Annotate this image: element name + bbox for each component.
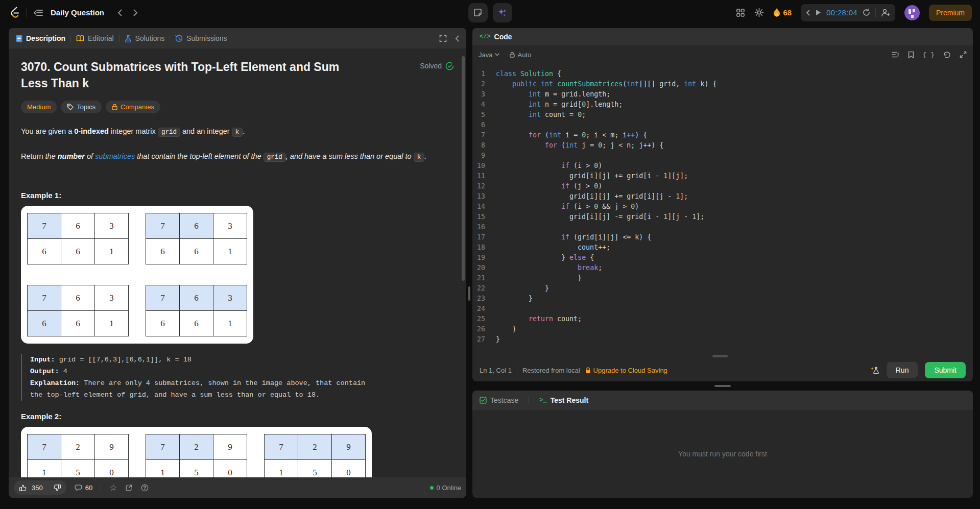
run-button[interactable]: Run	[887, 362, 918, 378]
next-question-chevron-icon[interactable]	[133, 9, 138, 16]
timer-reset-icon[interactable]	[863, 9, 870, 16]
companies-pill[interactable]: Companies	[106, 101, 160, 113]
example1-output-line: Output: 4	[30, 366, 378, 377]
line-number: 26	[472, 324, 496, 334]
code-line[interactable]: 18 count++;	[472, 243, 973, 253]
fullscreen-icon[interactable]	[439, 35, 447, 42]
submit-button[interactable]: Submit	[925, 362, 966, 378]
autocomplete-toggle[interactable]: Auto	[510, 51, 531, 59]
thumbs-down-icon[interactable]	[54, 484, 61, 492]
code-line[interactable]: 17 if (grid[i][j] <= k) {	[472, 232, 973, 243]
code-tab-icon: </>	[480, 33, 491, 40]
matrix-cell: 1	[265, 460, 298, 478]
code-line[interactable]: 16	[472, 222, 973, 232]
user-avatar[interactable]	[904, 5, 920, 20]
streak-counter[interactable]: 68	[773, 8, 792, 17]
timer-collapse-chevron-icon[interactable]	[806, 10, 810, 16]
code-line[interactable]: 24	[472, 304, 973, 314]
code-line[interactable]: 20 break;	[472, 263, 973, 273]
code-line[interactable]: 14 if (i > 0 && j > 0)	[472, 202, 973, 212]
streak-count: 68	[783, 8, 792, 17]
difficulty-badge[interactable]: Medium	[21, 101, 57, 113]
code-line[interactable]: 9	[472, 151, 973, 161]
line-number: 9	[472, 151, 496, 161]
code-editor[interactable]: 1class Solution {2 public int countSubma…	[472, 64, 973, 359]
example2-figure: 729150 729150 729150	[21, 427, 372, 477]
problem-meta-pills: Medium Topics Companies	[21, 101, 454, 113]
thumbs-up-icon[interactable]	[19, 484, 27, 492]
previous-question-chevron-icon[interactable]	[117, 9, 122, 16]
ai-assistant-button[interactable]	[493, 3, 512, 22]
timer-value[interactable]: 00:28:04	[826, 8, 857, 17]
tab-description[interactable]: Description	[16, 34, 65, 42]
collapse-panel-chevron-icon[interactable]	[455, 35, 459, 42]
panel-vertical-resizer[interactable]	[466, 28, 472, 498]
code-line[interactable]: 26 }	[472, 324, 973, 334]
code-line[interactable]: 23 }	[472, 294, 973, 304]
comments-button[interactable]: 60	[75, 484, 92, 492]
code-line[interactable]: 10 if (i > 0)	[472, 161, 973, 171]
code-line[interactable]: 12 if (j > 0)	[472, 181, 973, 191]
timer-play-icon[interactable]	[815, 9, 821, 16]
code-line[interactable]: 27}	[472, 334, 973, 345]
line-number: 22	[472, 283, 496, 294]
editor-horizontal-scrollbar-thumb[interactable]	[712, 355, 728, 357]
console-horizontal-resizer[interactable]	[472, 381, 973, 391]
notes-button[interactable]	[468, 3, 488, 22]
line-number: 13	[472, 191, 496, 202]
problem-list-icon[interactable]	[33, 8, 43, 17]
code-line[interactable]: 8 for (int j = 0; j < n; j++) {	[472, 140, 973, 151]
help-button[interactable]	[141, 484, 149, 492]
code-line[interactable]: 19 } else {	[472, 253, 973, 263]
page-title: 3070. Count Submatrices with Top-Left El…	[21, 59, 358, 91]
matrix-cell: 0	[332, 460, 366, 478]
problem-tabbar: Description Editorial Solutions	[9, 28, 466, 49]
code-line[interactable]: 21 }	[472, 273, 973, 283]
tab-solutions[interactable]: Solutions	[125, 34, 165, 42]
matrix-cell: 7	[28, 434, 61, 460]
example1-figure: 763661 763661 763661 763661	[21, 206, 253, 344]
share-button[interactable]	[125, 484, 133, 492]
submatrices-link[interactable]: submatrices	[95, 152, 135, 160]
leetcode-logo-icon[interactable]	[8, 6, 20, 19]
code-line[interactable]: 11 grid[i][j] += grid[i - 1][j];	[472, 171, 973, 181]
code-line[interactable]: 4 int n = grid[0].length;	[472, 100, 973, 110]
matrix-cell: 5	[180, 460, 213, 478]
code-line[interactable]: 15 grid[i][j] -= grid[i - 1][j - 1];	[472, 212, 973, 222]
code-lines: 1class Solution {2 public int countSubma…	[472, 69, 973, 345]
code-line[interactable]: 22 }	[472, 283, 973, 294]
premium-button[interactable]: Premium	[929, 5, 972, 21]
settings-gear-icon[interactable]	[754, 8, 764, 17]
daily-question-label[interactable]: Daily Question	[51, 8, 104, 17]
code-line[interactable]: 3 int m = grid.length;	[472, 89, 973, 100]
code-line[interactable]: 6	[472, 120, 973, 130]
format-code-icon[interactable]	[892, 52, 899, 58]
line-number: 7	[472, 130, 496, 140]
line-number: 15	[472, 212, 496, 222]
code-line[interactable]: 13 grid[i][j] += grid[i][j - 1];	[472, 191, 973, 202]
dashboard-grid-icon[interactable]	[736, 8, 745, 17]
topics-pill[interactable]: Topics	[61, 101, 102, 113]
code-line[interactable]: 7 for (int i = 0; i < m; i++) {	[472, 130, 973, 140]
tab-testcase[interactable]: Testcase	[480, 396, 518, 404]
tab-test-result[interactable]: >_ Test Result	[539, 396, 588, 404]
add-collaborator-icon[interactable]	[881, 8, 890, 17]
cloud-saving-link[interactable]: Upgrade to Cloud Saving	[585, 367, 667, 374]
braces-icon[interactable]: { }	[923, 51, 935, 59]
debug-test-icon[interactable]	[870, 366, 879, 375]
code-tab-label[interactable]: Code	[494, 33, 512, 41]
problem-scrollbar-thumb[interactable]	[462, 56, 465, 281]
tab-submissions[interactable]: Submissions	[175, 34, 227, 42]
code-line[interactable]: 25 return count;	[472, 314, 973, 324]
example1-io-block: Input: grid = [[7,6,3],[6,6,1]], k = 18 …	[21, 354, 378, 401]
expand-editor-icon[interactable]	[960, 51, 967, 58]
tab-editorial[interactable]: Editorial	[76, 34, 114, 42]
problem-content[interactable]: 3070. Count Submatrices with Top-Left El…	[9, 49, 466, 477]
reset-code-icon[interactable]	[943, 51, 951, 59]
bookmark-icon[interactable]	[908, 51, 914, 59]
language-selector[interactable]: Java	[479, 51, 499, 59]
favorite-star-icon[interactable]: ☆	[109, 482, 117, 493]
code-line[interactable]: 5 int count = 0;	[472, 110, 973, 120]
code-line[interactable]: 1class Solution {	[472, 69, 973, 79]
code-line[interactable]: 2 public int countSubmatrices(int[][] gr…	[472, 79, 973, 89]
